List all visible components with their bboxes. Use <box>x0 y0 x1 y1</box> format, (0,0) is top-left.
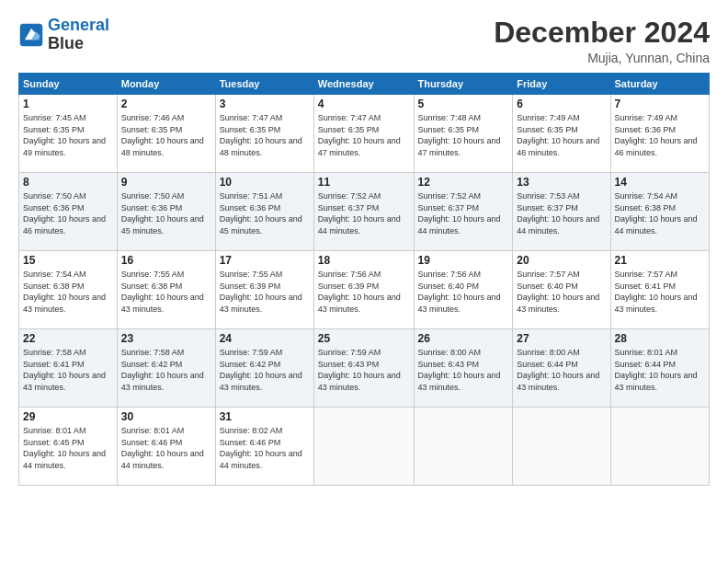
calendar-row: 8Sunrise: 7:50 AMSunset: 6:36 PMDaylight… <box>19 173 710 251</box>
calendar-row: 15Sunrise: 7:54 AMSunset: 6:38 PMDayligh… <box>19 251 710 329</box>
calendar-cell <box>610 408 709 486</box>
calendar-cell <box>313 408 414 486</box>
day-number: 4 <box>318 98 410 110</box>
day-number: 29 <box>23 410 113 423</box>
day-number: 21 <box>615 254 705 267</box>
day-info: Sunrise: 7:47 AMSunset: 6:35 PMDaylight:… <box>220 112 310 158</box>
calendar-cell: 23Sunrise: 7:58 AMSunset: 6:42 PMDayligh… <box>117 329 215 408</box>
day-info: Sunrise: 8:01 AMSunset: 6:46 PMDaylight:… <box>121 425 211 471</box>
day-number: 18 <box>318 254 410 267</box>
calendar-header-row: SundayMondayTuesdayWednesdayThursdayFrid… <box>19 74 710 95</box>
day-info: Sunrise: 7:55 AMSunset: 6:39 PMDaylight:… <box>220 269 310 315</box>
day-number: 1 <box>23 98 113 110</box>
day-info: Sunrise: 7:49 AMSunset: 6:36 PMDaylight:… <box>615 112 705 158</box>
day-info: Sunrise: 8:02 AMSunset: 6:46 PMDaylight:… <box>220 425 310 471</box>
day-number: 30 <box>121 410 211 423</box>
calendar-cell: 27Sunrise: 8:00 AMSunset: 6:44 PMDayligh… <box>513 329 610 408</box>
day-info: Sunrise: 7:50 AMSunset: 6:36 PMDaylight:… <box>23 190 113 236</box>
calendar-cell: 29Sunrise: 8:01 AMSunset: 6:45 PMDayligh… <box>19 408 118 486</box>
calendar-cell: 13Sunrise: 7:53 AMSunset: 6:37 PMDayligh… <box>513 173 610 251</box>
header: General Blue December 2024 Mujia, Yunnan… <box>18 17 710 65</box>
day-info: Sunrise: 7:46 AMSunset: 6:35 PMDaylight:… <box>121 112 211 158</box>
day-number: 27 <box>517 332 606 345</box>
calendar-cell: 18Sunrise: 7:56 AMSunset: 6:39 PMDayligh… <box>313 251 414 329</box>
day-number: 12 <box>418 176 509 189</box>
calendar-cell: 20Sunrise: 7:57 AMSunset: 6:40 PMDayligh… <box>513 251 610 329</box>
calendar-row: 22Sunrise: 7:58 AMSunset: 6:41 PMDayligh… <box>19 329 710 408</box>
day-info: Sunrise: 7:48 AMSunset: 6:35 PMDaylight:… <box>418 112 509 158</box>
day-number: 16 <box>121 254 211 267</box>
day-number: 23 <box>121 332 211 345</box>
day-info: Sunrise: 8:01 AMSunset: 6:45 PMDaylight:… <box>23 425 113 471</box>
day-number: 8 <box>23 176 113 189</box>
day-number: 20 <box>517 254 606 267</box>
day-number: 24 <box>220 332 310 345</box>
day-info: Sunrise: 7:47 AMSunset: 6:35 PMDaylight:… <box>318 112 410 158</box>
day-header-friday: Friday <box>513 74 610 95</box>
calendar-cell: 12Sunrise: 7:52 AMSunset: 6:37 PMDayligh… <box>414 173 513 251</box>
calendar-cell: 17Sunrise: 7:55 AMSunset: 6:39 PMDayligh… <box>215 251 313 329</box>
calendar-cell: 31Sunrise: 8:02 AMSunset: 6:46 PMDayligh… <box>215 408 313 486</box>
day-info: Sunrise: 7:54 AMSunset: 6:38 PMDaylight:… <box>23 269 113 315</box>
day-header-saturday: Saturday <box>610 74 709 95</box>
day-info: Sunrise: 7:54 AMSunset: 6:38 PMDaylight:… <box>615 190 705 236</box>
day-info: Sunrise: 7:55 AMSunset: 6:38 PMDaylight:… <box>121 269 211 315</box>
calendar-cell: 16Sunrise: 7:55 AMSunset: 6:38 PMDayligh… <box>117 251 215 329</box>
calendar-row: 1Sunrise: 7:45 AMSunset: 6:35 PMDaylight… <box>19 95 710 173</box>
day-number: 14 <box>615 176 705 189</box>
day-number: 28 <box>615 332 705 345</box>
day-number: 22 <box>23 332 113 345</box>
logo-icon <box>18 22 44 48</box>
day-info: Sunrise: 8:00 AMSunset: 6:43 PMDaylight:… <box>418 347 509 393</box>
title-block: December 2024 Mujia, Yunnan, China <box>494 17 710 65</box>
day-header-wednesday: Wednesday <box>313 74 414 95</box>
day-info: Sunrise: 7:59 AMSunset: 6:42 PMDaylight:… <box>220 347 310 393</box>
day-number: 9 <box>121 176 211 189</box>
day-number: 3 <box>220 98 310 110</box>
page: General Blue December 2024 Mujia, Yunnan… <box>0 0 728 563</box>
calendar-cell: 5Sunrise: 7:48 AMSunset: 6:35 PMDaylight… <box>414 95 513 173</box>
day-number: 11 <box>318 176 410 189</box>
day-info: Sunrise: 7:49 AMSunset: 6:35 PMDaylight:… <box>517 112 606 158</box>
calendar-cell: 21Sunrise: 7:57 AMSunset: 6:41 PMDayligh… <box>610 251 709 329</box>
calendar-cell: 14Sunrise: 7:54 AMSunset: 6:38 PMDayligh… <box>610 173 709 251</box>
day-info: Sunrise: 7:56 AMSunset: 6:40 PMDaylight:… <box>418 269 509 315</box>
calendar-cell: 8Sunrise: 7:50 AMSunset: 6:36 PMDaylight… <box>19 173 118 251</box>
calendar-cell: 24Sunrise: 7:59 AMSunset: 6:42 PMDayligh… <box>215 329 313 408</box>
calendar-cell: 19Sunrise: 7:56 AMSunset: 6:40 PMDayligh… <box>414 251 513 329</box>
calendar-cell: 15Sunrise: 7:54 AMSunset: 6:38 PMDayligh… <box>19 251 118 329</box>
day-info: Sunrise: 7:56 AMSunset: 6:39 PMDaylight:… <box>318 269 410 315</box>
day-info: Sunrise: 7:58 AMSunset: 6:41 PMDaylight:… <box>23 347 113 393</box>
logo-text: General Blue <box>48 17 109 53</box>
day-number: 5 <box>418 98 509 110</box>
day-info: Sunrise: 7:51 AMSunset: 6:36 PMDaylight:… <box>220 190 310 236</box>
day-info: Sunrise: 7:58 AMSunset: 6:42 PMDaylight:… <box>121 347 211 393</box>
day-number: 26 <box>418 332 509 345</box>
calendar-title: December 2024 <box>494 17 710 49</box>
calendar-cell: 11Sunrise: 7:52 AMSunset: 6:37 PMDayligh… <box>313 173 414 251</box>
day-info: Sunrise: 7:53 AMSunset: 6:37 PMDaylight:… <box>517 190 606 236</box>
calendar-cell: 25Sunrise: 7:59 AMSunset: 6:43 PMDayligh… <box>313 329 414 408</box>
calendar-cell: 1Sunrise: 7:45 AMSunset: 6:35 PMDaylight… <box>19 95 118 173</box>
day-number: 7 <box>615 98 705 110</box>
day-number: 19 <box>418 254 509 267</box>
day-info: Sunrise: 7:57 AMSunset: 6:40 PMDaylight:… <box>517 269 606 315</box>
day-header-monday: Monday <box>117 74 215 95</box>
calendar-cell: 6Sunrise: 7:49 AMSunset: 6:35 PMDaylight… <box>513 95 610 173</box>
day-header-sunday: Sunday <box>19 74 118 95</box>
calendar-body: 1Sunrise: 7:45 AMSunset: 6:35 PMDaylight… <box>19 95 710 486</box>
calendar-cell: 4Sunrise: 7:47 AMSunset: 6:35 PMDaylight… <box>313 95 414 173</box>
day-info: Sunrise: 7:52 AMSunset: 6:37 PMDaylight:… <box>318 190 410 236</box>
calendar-table: SundayMondayTuesdayWednesdayThursdayFrid… <box>18 73 710 486</box>
calendar-cell: 22Sunrise: 7:58 AMSunset: 6:41 PMDayligh… <box>19 329 118 408</box>
day-number: 10 <box>220 176 310 189</box>
calendar-cell: 28Sunrise: 8:01 AMSunset: 6:44 PMDayligh… <box>610 329 709 408</box>
day-number: 17 <box>220 254 310 267</box>
day-header-thursday: Thursday <box>414 74 513 95</box>
day-number: 6 <box>517 98 606 110</box>
day-info: Sunrise: 7:50 AMSunset: 6:36 PMDaylight:… <box>121 190 211 236</box>
day-info: Sunrise: 7:45 AMSunset: 6:35 PMDaylight:… <box>23 112 113 158</box>
calendar-cell: 10Sunrise: 7:51 AMSunset: 6:36 PMDayligh… <box>215 173 313 251</box>
day-info: Sunrise: 7:57 AMSunset: 6:41 PMDaylight:… <box>615 269 705 315</box>
logo: General Blue <box>18 17 109 53</box>
